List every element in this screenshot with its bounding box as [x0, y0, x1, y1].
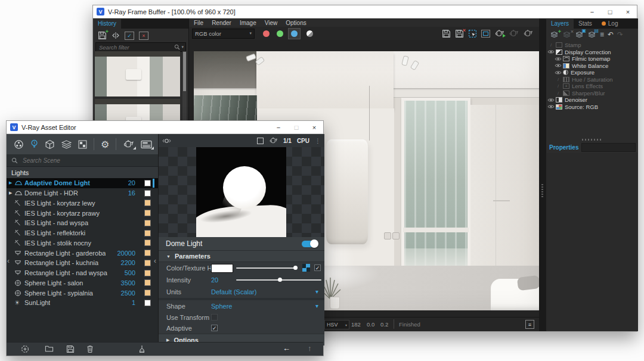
history-search[interactable]: ▾ [95, 42, 186, 52]
light-row[interactable]: Rectangle Light - kuchnia 2200 [7, 258, 158, 268]
region-render-icon[interactable] [468, 29, 477, 38]
delete-asset-icon[interactable] [86, 345, 94, 353]
color-swatch[interactable] [211, 264, 233, 273]
delete-layer-icon[interactable]: × [562, 32, 571, 38]
alpha-channel-button[interactable] [306, 30, 313, 37]
texture-slot-icon[interactable] [302, 264, 310, 272]
collapse-list-panel-icon[interactable]: ‹ [154, 257, 156, 265]
layer-row[interactable]: /Hue / Saturation [546, 76, 638, 83]
shape-chevron-icon[interactable]: ▾ [315, 303, 318, 309]
geometry-tab-icon[interactable] [45, 139, 55, 150]
purge-icon[interactable] [138, 345, 146, 353]
panel-splitter[interactable] [539, 18, 546, 331]
history-set-a-icon[interactable]: ✓ [125, 32, 134, 40]
light-color-swatch[interactable] [144, 190, 151, 197]
blue-channel-button[interactable] [288, 28, 301, 39]
add-asset-icon[interactable] [21, 345, 29, 353]
layer-visibility-icon[interactable] [546, 98, 556, 102]
units-dropdown[interactable]: Default (Scalar) [211, 288, 256, 295]
save-layers-icon[interactable]: ▣ [575, 32, 584, 38]
units-chevron-icon[interactable]: ▾ [315, 288, 318, 295]
light-row[interactable]: Sphere Light - sypialnia 2500 [7, 288, 158, 298]
lights-tab-icon[interactable] [30, 139, 38, 150]
ae-close-button[interactable]: × [305, 121, 323, 133]
light-row[interactable]: Sphere Light - salon 3500 [7, 278, 158, 288]
use-transform-checkbox[interactable] [211, 314, 218, 320]
menu-options[interactable]: Options [286, 20, 306, 26]
expander-icon[interactable]: ▶ [9, 191, 14, 195]
layers-tab-icon[interactable] [61, 140, 72, 149]
preview-render-icon[interactable] [269, 137, 278, 144]
expander-icon[interactable]: ▶ [9, 181, 14, 185]
ae-maximize-button[interactable]: □ [287, 121, 305, 133]
render-teapot-icon[interactable] [123, 139, 134, 149]
layer-row[interactable]: Filmic tonemap [546, 55, 638, 63]
layer-visibility-icon[interactable]: / [553, 91, 563, 96]
interactive-render-icon[interactable] [523, 29, 533, 38]
render-icon[interactable] [509, 29, 519, 38]
add-layer-icon[interactable]: + [550, 32, 559, 38]
light-row[interactable]: IES Light - stolik nocny [7, 238, 158, 248]
light-color-swatch[interactable] [144, 270, 151, 276]
scene-search[interactable] [7, 154, 158, 167]
tab-log[interactable]: Log [597, 19, 623, 29]
textures-tab-icon[interactable] [78, 140, 87, 149]
save-file-icon[interactable] [66, 345, 75, 353]
properties-header[interactable]: Properties [546, 144, 581, 151]
preview-float-icon[interactable] [257, 138, 264, 144]
light-color-swatch[interactable] [144, 230, 151, 236]
viewport-icon[interactable] [481, 30, 490, 38]
menu-image[interactable]: Image [240, 20, 256, 26]
color-multiplier-slider[interactable] [236, 267, 297, 269]
tab-layers[interactable]: Layers [546, 19, 574, 29]
preview-menu-icon[interactable]: ⋮ [315, 138, 321, 144]
layer-visibility-icon[interactable] [553, 70, 563, 75]
back-arrow-icon[interactable]: ← [283, 344, 290, 353]
layer-row[interactable]: /Stamp [546, 42, 638, 49]
preview-engine-selector[interactable]: CPU [297, 138, 309, 144]
vfb-minimize-button[interactable]: − [583, 5, 601, 18]
layer-list-icon[interactable]: ≡ [600, 30, 604, 39]
vfb-close-button[interactable]: × [619, 5, 637, 18]
layer-row[interactable]: Exposure [546, 69, 638, 76]
history-thumbnail[interactable] [95, 51, 180, 97]
light-row[interactable]: IES Light - nad wyspa [7, 218, 158, 228]
red-channel-button[interactable] [263, 30, 270, 37]
vfb-titlebar[interactable]: V V-Ray Frame Buffer - [100.0% of 960 x … [93, 5, 637, 18]
light-row[interactable]: ☀ SunLight 1 [7, 298, 158, 308]
menu-file[interactable]: File [194, 20, 203, 26]
light-color-swatch[interactable] [144, 210, 151, 216]
light-row[interactable]: ▶ Adaptive Dome Light 20 [7, 178, 158, 188]
search-filter-caret-icon[interactable]: ▾ [181, 45, 184, 49]
light-color-swatch[interactable] [144, 260, 151, 266]
light-row[interactable]: ▶ Dome Light - HDR 16 [7, 188, 158, 198]
history-scrollbar-thumb[interactable] [183, 52, 186, 91]
ae-minimize-button[interactable]: − [270, 121, 287, 133]
light-color-swatch[interactable] [144, 300, 151, 306]
channel-selector[interactable]: RGB color ▾ [192, 29, 255, 39]
light-color-swatch[interactable] [144, 180, 151, 186]
open-file-icon[interactable] [45, 345, 54, 353]
intensity-value[interactable]: 20 [211, 276, 218, 284]
light-row[interactable]: Rectangle Light - garderoba 20000 [7, 248, 158, 258]
menu-render[interactable]: Render [212, 20, 231, 26]
shape-dropdown[interactable]: Sphere [211, 303, 232, 310]
materials-tab-icon[interactable] [14, 139, 24, 150]
parameters-section-header[interactable]: ▼ Parameters [159, 251, 324, 262]
collapse-left-panel-icon[interactable]: ‹ [7, 257, 10, 265]
frame-buffer-icon[interactable] [141, 140, 152, 149]
intensity-slider[interactable] [236, 279, 321, 281]
light-color-swatch[interactable] [144, 239, 151, 246]
layer-row[interactable]: Display Correction [546, 49, 638, 56]
layer-visibility-icon[interactable] [546, 49, 556, 54]
green-channel-button[interactable] [277, 30, 283, 37]
light-row[interactable]: Rectangle Light - nad wyspa 500 [7, 268, 158, 278]
layers-splitter-grip[interactable] [582, 139, 602, 141]
render-last-icon[interactable] [494, 29, 504, 38]
light-row[interactable]: IES Light - korytarz prawy [7, 208, 158, 218]
layer-visibility-icon[interactable] [553, 57, 563, 61]
light-color-swatch[interactable] [144, 220, 151, 226]
clear-image-icon[interactable]: × [455, 29, 464, 38]
save-image-icon[interactable] [442, 29, 451, 38]
history-remove-icon[interactable]: × [139, 32, 148, 40]
